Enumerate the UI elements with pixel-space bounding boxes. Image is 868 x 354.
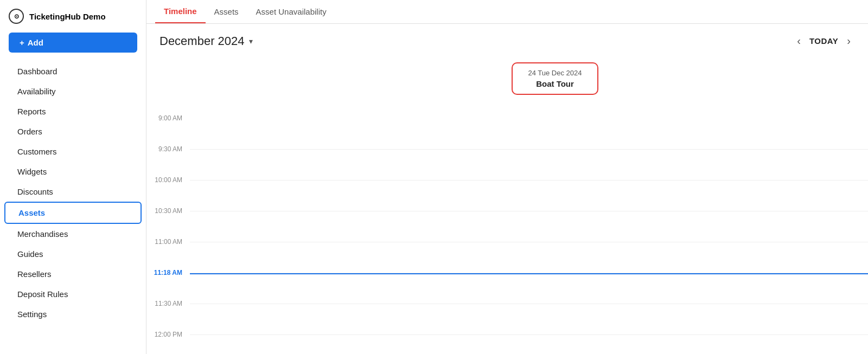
time-row-1130am: 11:30 AM bbox=[190, 304, 868, 335]
nav-controls: ‹ TODAY › bbox=[793, 33, 855, 49]
tab-timeline[interactable]: Timeline bbox=[155, 0, 206, 23]
time-row-10am: 10:00 AM bbox=[190, 181, 868, 211]
plus-icon: + bbox=[20, 38, 24, 47]
event-card[interactable]: 24 Tue Dec 2024 Boat Tour bbox=[512, 62, 598, 95]
time-row-930am: 9:30 AM bbox=[190, 150, 868, 181]
add-label: Add bbox=[28, 38, 43, 47]
sidebar-item-guides[interactable]: Guides bbox=[4, 244, 142, 264]
sidebar-item-customers[interactable]: Customers bbox=[4, 141, 142, 162]
sidebar-item-availability[interactable]: Availability bbox=[4, 81, 142, 101]
time-label-1118am: 11:18 AM bbox=[146, 269, 187, 276]
sidebar-item-settings[interactable]: Settings bbox=[4, 304, 142, 324]
sidebar-item-merchandises[interactable]: Merchandises bbox=[4, 224, 142, 244]
time-row-9am: 9:00 AM bbox=[190, 119, 868, 150]
current-time-line bbox=[190, 273, 868, 274]
time-label-10am: 10:00 AM bbox=[146, 176, 187, 184]
nav-list: DashboardAvailabilityReportsOrdersCustom… bbox=[0, 61, 146, 324]
sidebar-item-resellers[interactable]: Resellers bbox=[4, 264, 142, 284]
time-label-1130am: 11:30 AM bbox=[146, 300, 187, 307]
app-name: TicketingHub Demo bbox=[29, 12, 106, 21]
month-selector[interactable]: December 2024 ▾ bbox=[159, 34, 253, 48]
app-logo: ⊙ TicketingHub Demo bbox=[0, 9, 146, 33]
event-date: 24 Tue Dec 2024 bbox=[521, 69, 589, 77]
sidebar-item-assets[interactable]: Assets bbox=[4, 202, 142, 224]
main-content: Timeline Assets Asset Unavailability Dec… bbox=[146, 0, 868, 354]
sidebar-item-deposit-rules[interactable]: Deposit Rules bbox=[4, 284, 142, 304]
sidebar-item-discounts[interactable]: Discounts bbox=[4, 182, 142, 202]
time-row-11am: 11:00 AM bbox=[190, 242, 868, 273]
time-label-930am: 9:30 AM bbox=[146, 145, 187, 153]
sidebar-item-reports[interactable]: Reports bbox=[4, 101, 142, 121]
event-card-area: 24 Tue Dec 2024 Boat Tour bbox=[190, 54, 868, 119]
chevron-down-icon: ▾ bbox=[249, 37, 253, 46]
event-name: Boat Tour bbox=[521, 79, 589, 88]
add-button[interactable]: + Add bbox=[9, 33, 137, 53]
time-row-1030am: 10:30 AM bbox=[190, 211, 868, 242]
sidebar-item-dashboard[interactable]: Dashboard bbox=[4, 61, 142, 81]
time-label-12pm: 12:00 PM bbox=[146, 331, 187, 338]
tabs-bar: Timeline Assets Asset Unavailability bbox=[146, 0, 868, 24]
sidebar: ⊙ TicketingHub Demo + Add DashboardAvail… bbox=[0, 0, 146, 354]
time-label-11am: 11:00 AM bbox=[146, 238, 187, 246]
tab-asset-unavailability[interactable]: Asset Unavailability bbox=[247, 1, 335, 23]
time-label-9am: 9:00 AM bbox=[146, 114, 187, 122]
sidebar-item-orders[interactable]: Orders bbox=[4, 121, 142, 141]
today-button[interactable]: TODAY bbox=[809, 36, 838, 46]
time-label-1030am: 10:30 AM bbox=[146, 207, 187, 215]
logo-icon: ⊙ bbox=[9, 9, 24, 24]
time-row-12pm: 12:00 PM bbox=[190, 335, 868, 354]
timeline-inner: 24 Tue Dec 2024 Boat Tour 9:00 AM9:30 AM… bbox=[190, 54, 868, 354]
time-row-1118am: 11:18 AM bbox=[190, 273, 868, 304]
time-rows: 9:00 AM9:30 AM10:00 AM10:30 AM11:00 AM11… bbox=[190, 119, 868, 354]
month-year-label: December 2024 bbox=[159, 34, 245, 48]
timeline-container: 24 Tue Dec 2024 Boat Tour 9:00 AM9:30 AM… bbox=[146, 54, 868, 354]
next-button[interactable]: › bbox=[843, 33, 855, 49]
prev-button[interactable]: ‹ bbox=[793, 33, 805, 49]
sidebar-item-widgets[interactable]: Widgets bbox=[4, 162, 142, 182]
calendar-header: December 2024 ▾ ‹ TODAY › bbox=[146, 24, 868, 54]
tab-assets[interactable]: Assets bbox=[206, 1, 247, 23]
